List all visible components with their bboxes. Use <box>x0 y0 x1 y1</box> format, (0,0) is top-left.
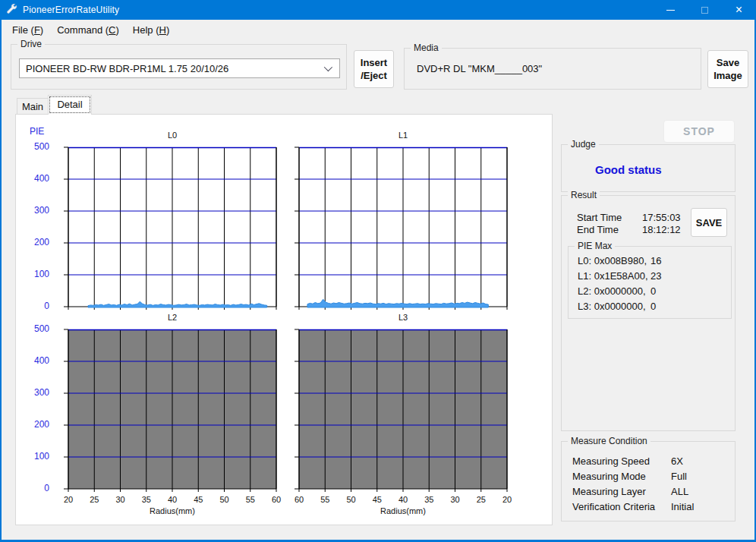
verification-criteria-row: Verification CriteriaInitial <box>572 499 730 514</box>
x-tick-label: 50 <box>214 495 235 504</box>
y-tick-label: 300 <box>22 387 49 398</box>
pie-max-row-l3: L3: 0x0000000,0 <box>578 298 726 314</box>
chart-plot-l0 <box>68 147 276 307</box>
judge-status-text: Good status <box>595 163 662 176</box>
chart-title-l2: L2 <box>68 313 276 322</box>
menu-help[interactable]: Help (H) <box>126 21 176 39</box>
menu-bar: File (F) Command (C) Help (H) <box>2 20 754 39</box>
pie-data-series-l0 <box>88 301 267 307</box>
x-tick-label: 55 <box>314 495 335 504</box>
chart-svg-l1 <box>295 147 512 313</box>
y-tick-label: 500 <box>22 141 49 152</box>
pie-max-row-l1: L1: 0x1E58A00,23 <box>578 268 726 283</box>
chart-plot-l1 <box>299 147 507 307</box>
x-tick-label: 35 <box>136 495 157 504</box>
y-tick-label: 400 <box>22 355 49 366</box>
pie-data-series-l1 <box>307 299 488 307</box>
save-button[interactable]: SAVE <box>691 208 727 237</box>
chevron-down-icon <box>324 63 332 71</box>
x-axis-labels-l3: 605550454035302520 <box>295 495 512 506</box>
x-tick-label: 45 <box>187 495 209 504</box>
media-group: Media DVD+R DL "MKM_____003" <box>404 48 701 90</box>
x-tick-label: 55 <box>240 495 261 504</box>
x-axis-title-l2: Radius(mm) <box>68 506 276 515</box>
pie-max-group: PIE Max L0: 0x008B980,16 L1: 0x1E58A00,2… <box>568 246 732 319</box>
title-bar: PioneerErrorRateUtility × <box>0 0 756 20</box>
x-tick-label: 50 <box>341 495 362 504</box>
drive-group: Drive PIONEER BD-RW BDR-PR1ML 1.75 20/10… <box>11 44 347 90</box>
chart-svg-l2 <box>64 329 281 495</box>
close-icon: × <box>736 4 742 16</box>
media-group-label: Media <box>411 43 442 53</box>
y-tick-label: 300 <box>22 205 49 216</box>
y-tick-label: 200 <box>22 237 49 247</box>
chart-plot-l2 <box>68 329 276 489</box>
measuring-mode-row: Measuring ModeFull <box>572 468 730 484</box>
chart-svg-l0 <box>64 147 281 313</box>
x-tick-label: 20 <box>58 495 79 504</box>
pie-max-row-l0: L0: 0x008B980,16 <box>578 253 726 268</box>
wrench-icon <box>6 4 18 16</box>
judge-group-label: Judge <box>568 139 599 150</box>
y-tick-label: 400 <box>22 173 49 184</box>
result-group-label: Result <box>568 190 600 200</box>
judge-group: Judge Good status <box>561 144 736 192</box>
menu-file[interactable]: File (F) <box>5 21 50 39</box>
measure-condition-group: Measure Condition Measuring Speed6X Meas… <box>561 441 736 522</box>
minimize-icon <box>666 10 675 11</box>
chart-plot-l3 <box>299 329 507 489</box>
tab-main[interactable]: Main <box>17 98 49 115</box>
x-tick-label: 45 <box>367 495 388 504</box>
x-tick-label: 30 <box>110 495 131 504</box>
x-tick-label: 30 <box>445 495 466 504</box>
app-window: PioneerErrorRateUtility × File (F) Comma… <box>0 0 756 542</box>
start-time-label: Start Time <box>577 212 622 223</box>
measuring-layer-row: Measuring LayerALL <box>572 484 730 499</box>
close-button[interactable]: × <box>722 0 756 20</box>
stop-button[interactable]: STOP <box>663 120 735 143</box>
start-time-value: 17:55:03 <box>642 212 681 223</box>
x-tick-label: 40 <box>162 495 183 504</box>
insert-eject-button[interactable]: Insert /Eject <box>354 50 394 88</box>
x-tick-label: 60 <box>288 495 310 504</box>
window-title: PioneerErrorRateUtility <box>23 5 119 15</box>
y-axis-labels-top: 5004003002001000 <box>22 147 49 308</box>
measuring-speed-row: Measuring Speed6X <box>572 453 730 468</box>
y-tick-label: 500 <box>22 323 49 334</box>
end-time-value: 18:12:12 <box>642 224 681 235</box>
maximize-icon <box>701 7 708 14</box>
chart-svg-l3 <box>295 329 512 495</box>
chart-title-l0: L0 <box>68 131 276 140</box>
save-image-button[interactable]: Save Image <box>707 50 748 88</box>
chart-title-l1: L1 <box>299 131 507 140</box>
x-tick-label: 25 <box>83 495 105 504</box>
y-tick-label: 0 <box>22 483 49 493</box>
y-tick-label: 200 <box>22 419 49 430</box>
drive-group-label: Drive <box>17 39 45 49</box>
detail-tab-panel: PIE L0 L1 5004003002001000 L2 L3 5004003… <box>15 114 553 525</box>
end-time-label: End Time <box>577 224 619 235</box>
y-tick-label: 0 <box>22 301 49 311</box>
pie-max-row-l2: L2: 0x0000000,0 <box>578 283 726 298</box>
y-tick-label: 100 <box>22 451 49 462</box>
x-tick-label: 40 <box>392 495 414 504</box>
x-tick-label: 20 <box>496 495 518 504</box>
media-value: DVD+R DL "MKM_____003" <box>417 63 542 74</box>
pie-max-group-label: PIE Max <box>575 241 615 251</box>
x-axis-labels-l2: 202530354045505560 <box>64 495 281 506</box>
tab-detail[interactable]: Detail <box>48 95 92 115</box>
x-tick-label: 35 <box>418 495 439 504</box>
y-axis-labels-bottom: 5004003002001000 <box>22 329 49 490</box>
chart-title-l3: L3 <box>299 313 507 322</box>
drive-selected-value: PIONEER BD-RW BDR-PR1ML 1.75 20/10/26 <box>26 63 228 74</box>
pie-axis-label: PIE <box>30 126 44 137</box>
x-tick-label: 25 <box>471 495 492 504</box>
maximize-button[interactable] <box>688 0 722 20</box>
x-axis-title-l3: Radius(mm) <box>299 506 507 515</box>
y-tick-label: 100 <box>22 269 49 279</box>
menu-command[interactable]: Command (C) <box>50 21 126 39</box>
measure-condition-group-label: Measure Condition <box>568 436 650 446</box>
minimize-button[interactable] <box>654 0 688 20</box>
x-tick-label: 60 <box>266 495 287 504</box>
drive-select[interactable]: PIONEER BD-RW BDR-PR1ML 1.75 20/10/26 <box>19 58 340 78</box>
